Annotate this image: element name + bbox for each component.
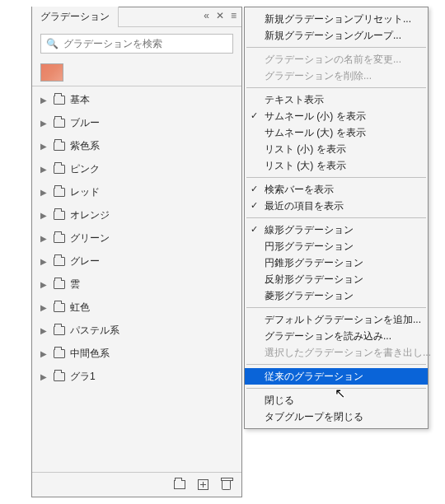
- menu-separator: [246, 364, 426, 365]
- caret-icon: ▶: [40, 349, 49, 358]
- folder-label: 雲: [70, 278, 80, 292]
- menu-item-label: 新規グラデーショングループ...: [265, 29, 401, 43]
- menu-item-label: 閉じる: [265, 394, 294, 408]
- menu-item-label: リスト (小) を表示: [265, 142, 346, 156]
- menu-item-label: 菱形グラデーション: [265, 289, 354, 303]
- check-icon: ✓: [251, 184, 258, 194]
- folder-icon: [54, 119, 65, 128]
- menu-item[interactable]: 新規グラデーションプリセット...: [245, 11, 428, 27]
- gradient-panel: グラデーション « ✕ ≡ 🔍 ▶基本▶ブルー▶紫色系▶ピンク▶レッド▶オレンジ…: [31, 7, 242, 497]
- menu-item[interactable]: 円錐形グラデーション: [245, 254, 428, 271]
- folder-row[interactable]: ▶レッド: [32, 180, 241, 203]
- menu-separator: [246, 388, 426, 389]
- gradient-swatch[interactable]: [40, 63, 63, 82]
- folder-icon: [54, 257, 65, 266]
- folder-row[interactable]: ▶グレー: [32, 250, 241, 273]
- menu-item-label: デフォルトグラデーションを追加...: [265, 313, 421, 327]
- caret-icon: ▶: [40, 280, 49, 289]
- caret-icon: ▶: [40, 96, 49, 105]
- folder-row[interactable]: ▶ピンク: [32, 157, 241, 180]
- menu-separator: [246, 217, 426, 218]
- menu-item: 選択したグラデーションを書き出し...: [245, 344, 428, 361]
- panel-tab[interactable]: グラデーション: [32, 7, 119, 27]
- folder-icon: [54, 211, 65, 220]
- folder-icon: [54, 165, 65, 174]
- search-input[interactable]: [63, 38, 227, 49]
- menu-item[interactable]: テキスト表示: [245, 91, 428, 108]
- menu-separator: [246, 177, 426, 178]
- folder-row[interactable]: ▶グリーン: [32, 226, 241, 250]
- menu-item[interactable]: 反射形グラデーション: [245, 271, 428, 287]
- folder-label: オレンジ: [70, 208, 110, 222]
- panel-header: グラデーション « ✕ ≡: [32, 7, 241, 27]
- menu-item: グラデーションを削除...: [245, 68, 428, 84]
- menu-item[interactable]: ✓サムネール (小) を表示: [245, 108, 428, 124]
- folder-row[interactable]: ▶紫色系: [32, 134, 241, 157]
- panel-footer: [32, 472, 241, 497]
- menu-item-label: リスト (大) を表示: [265, 159, 346, 173]
- folder-label: ピンク: [70, 162, 100, 176]
- folder-row[interactable]: ▶グラ1: [32, 365, 241, 388]
- menu-item[interactable]: デフォルトグラデーションを追加...: [245, 311, 428, 328]
- menu-item[interactable]: サムネール (大) を表示: [245, 124, 428, 141]
- caret-icon: ▶: [40, 142, 49, 151]
- folder-row[interactable]: ▶雲: [32, 273, 241, 296]
- collapse-icon[interactable]: «: [202, 10, 211, 21]
- context-menu: 新規グラデーションプリセット...新規グラデーショングループ...グラデーション…: [244, 7, 429, 429]
- search-icon: 🔍: [46, 38, 59, 49]
- folder-label: パステル系: [70, 324, 119, 338]
- folder-icon: [54, 188, 65, 197]
- folder-icon: [54, 372, 65, 381]
- menu-item[interactable]: ✓検索バーを表示: [245, 181, 428, 198]
- folder-row[interactable]: ▶基本: [32, 88, 241, 111]
- current-gradient-row: [32, 58, 241, 86]
- caret-icon: ▶: [40, 372, 49, 381]
- folder-icon: [54, 280, 65, 289]
- menu-item[interactable]: リスト (小) を表示: [245, 141, 428, 157]
- close-icon[interactable]: ✕: [214, 10, 226, 21]
- folder-icon: [54, 303, 65, 312]
- menu-item[interactable]: ✓最近の項目を表示: [245, 198, 428, 214]
- menu-item-label: サムネール (大) を表示: [265, 126, 366, 140]
- menu-item-label: テキスト表示: [265, 93, 324, 107]
- new-item-button[interactable]: [197, 479, 208, 491]
- menu-item-label: 円形グラデーション: [265, 240, 354, 254]
- search-box[interactable]: 🔍: [40, 34, 233, 54]
- menu-item[interactable]: 閉じる: [245, 392, 428, 408]
- menu-separator: [246, 87, 426, 88]
- menu-item[interactable]: 新規グラデーショングループ...: [245, 27, 428, 44]
- caret-icon: ▶: [40, 234, 49, 243]
- menu-item-label: グラデーションを削除...: [265, 69, 372, 83]
- menu-item: グラデーションの名前を変更...: [245, 51, 428, 68]
- check-icon: ✓: [251, 200, 258, 211]
- folder-label: 中間色系: [70, 347, 110, 361]
- menu-item[interactable]: グラデーションを読み込み...: [245, 328, 428, 344]
- folder-label: グリーン: [70, 231, 110, 245]
- folder-row[interactable]: ▶ブルー: [32, 111, 241, 134]
- folder-label: レッド: [70, 185, 100, 199]
- menu-item-label: 従来のグラデーション: [265, 370, 363, 384]
- new-folder-button[interactable]: [174, 479, 185, 491]
- menu-item[interactable]: リスト (大) を表示: [245, 157, 428, 174]
- menu-item[interactable]: 従来のグラデーション: [245, 368, 428, 385]
- menu-item[interactable]: 菱形グラデーション: [245, 287, 428, 304]
- folder-row[interactable]: ▶虹色: [32, 296, 241, 319]
- caret-icon: ▶: [40, 188, 49, 197]
- menu-item-label: グラデーションの名前を変更...: [265, 53, 401, 67]
- folder-icon: [54, 326, 65, 335]
- menu-item[interactable]: タブグループを閉じる: [245, 408, 428, 425]
- folder-label: グレー: [70, 254, 100, 268]
- folder-icon: [54, 349, 65, 358]
- caret-icon: ▶: [40, 303, 49, 312]
- folder-row[interactable]: ▶パステル系: [32, 319, 241, 342]
- menu-item-label: 選択したグラデーションを書き出し...: [265, 346, 431, 360]
- folder-icon: [54, 142, 65, 151]
- menu-icon[interactable]: ≡: [229, 10, 238, 21]
- menu-item[interactable]: 円形グラデーション: [245, 238, 428, 254]
- folder-icon: [54, 96, 65, 105]
- delete-button[interactable]: [220, 479, 232, 491]
- folder-row[interactable]: ▶オレンジ: [32, 203, 241, 226]
- folder-row[interactable]: ▶中間色系: [32, 342, 241, 365]
- folder-label: 虹色: [70, 301, 90, 315]
- menu-item[interactable]: ✓線形グラデーション: [245, 222, 428, 238]
